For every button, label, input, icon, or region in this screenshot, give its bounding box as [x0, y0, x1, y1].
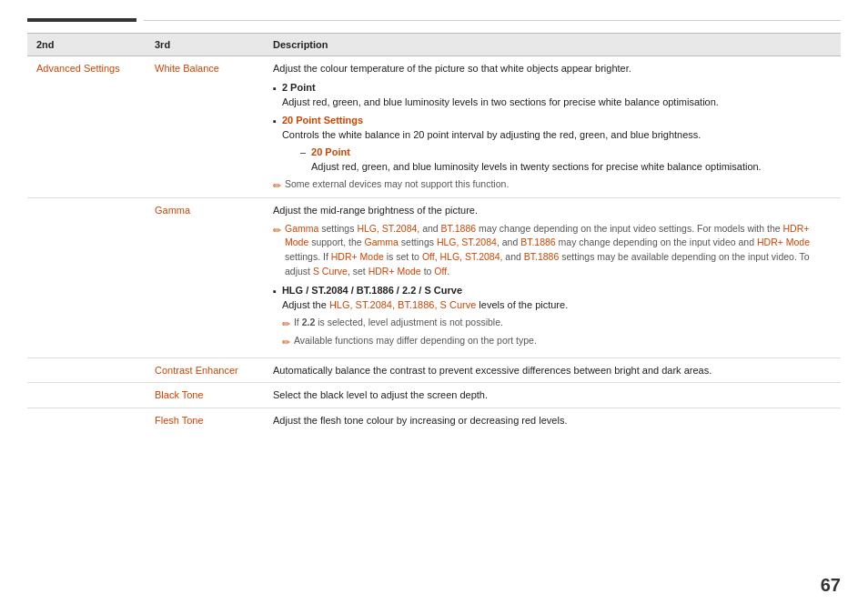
table-header-row: 2nd 3rd Description	[27, 34, 841, 56]
top-decorative-lines	[27, 18, 841, 22]
pencil-icon: ✏	[273, 223, 281, 238]
list-item: ▪ 20 Point Settings Controls the white b…	[273, 113, 832, 175]
header-col3: Description	[264, 34, 841, 56]
table-row: Gamma Adjust the mid-range brightness of…	[27, 198, 841, 358]
page-container: 2nd 3rd Description Advanced Settings Wh…	[0, 0, 868, 614]
gamma-note-1: ✏ Gamma settings HLG, ST.2084, and BT.18…	[273, 222, 832, 279]
header-col2: 3rd	[146, 34, 264, 56]
col-gamma-2nd	[27, 198, 146, 358]
pencil-icon: ✏	[282, 317, 290, 332]
table-row: Black Tone Select the black level to adj…	[27, 383, 841, 408]
col-flesh-2nd	[27, 408, 146, 432]
white-balance-bullets: ▪ 2 Point Adjust red, green, and blue lu…	[273, 80, 832, 175]
table-row: Advanced Settings White Balance Adjust t…	[27, 56, 841, 198]
col-black-3rd: Black Tone	[146, 383, 264, 408]
col-gamma-desc: Adjust the mid-range brightness of the p…	[264, 198, 841, 358]
list-item: ▪ 2 Point Adjust red, green, and blue lu…	[273, 80, 832, 110]
col-flesh-3rd: Flesh Tone	[146, 408, 264, 432]
col-white-balance: White Balance	[146, 56, 264, 198]
pencil-icon: ✏	[282, 335, 290, 350]
page-number: 67	[821, 575, 841, 596]
gamma-bullets: ▪ HLG / ST.2084 / BT.1886 / 2.2 / S Curv…	[273, 283, 832, 350]
header-col1: 2nd	[27, 34, 146, 56]
table-row: Contrast Enhancer Automatically balance …	[27, 357, 841, 383]
col-flesh-desc: Adjust the flesh tone colour by increasi…	[264, 408, 841, 432]
col-black-desc: Select the black level to adjust the scr…	[264, 383, 841, 408]
col-contrast-2nd	[27, 357, 146, 383]
col-black-2nd	[27, 383, 146, 408]
gamma-sub-note-1: ✏ If 2.2 is selected, level adjustment i…	[282, 316, 568, 332]
sub-bullet: – 20 Point Adjust red, green, and blue l…	[300, 145, 762, 175]
thick-line	[27, 18, 136, 22]
col-contrast-desc: Automatically balance the contrast to pr…	[264, 357, 841, 383]
white-balance-note: ✏ Some external devices may not support …	[273, 177, 832, 194]
col-advanced-settings: Advanced Settings	[27, 56, 146, 198]
content-table: 2nd 3rd Description Advanced Settings Wh…	[27, 33, 841, 432]
table-row: Flesh Tone Adjust the flesh tone colour …	[27, 408, 841, 432]
pencil-icon: ✏	[273, 178, 281, 194]
list-item: ▪ HLG / ST.2084 / BT.1886 / 2.2 / S Curv…	[273, 283, 832, 350]
gamma-sub-note-2: ✏ Available functions may differ dependi…	[282, 334, 568, 350]
col-contrast-3rd: Contrast Enhancer	[146, 357, 264, 383]
col-white-balance-desc: Adjust the colour temperature of the pic…	[264, 56, 841, 198]
col-gamma-3rd: Gamma	[146, 198, 264, 358]
thin-line	[144, 20, 841, 21]
